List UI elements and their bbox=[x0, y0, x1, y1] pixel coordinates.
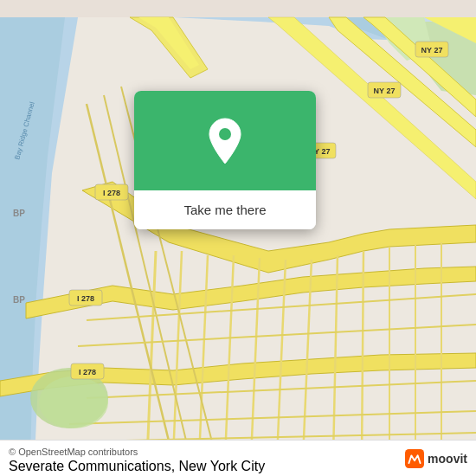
company-text: Severate Communications, New York City bbox=[9, 459, 265, 473]
svg-rect-39 bbox=[405, 449, 424, 468]
moovit-logo-container[interactable]: moovit bbox=[405, 449, 467, 468]
moovit-icon bbox=[405, 449, 424, 468]
svg-text:NY 27: NY 27 bbox=[421, 46, 443, 55]
svg-text:BP: BP bbox=[13, 295, 25, 305]
location-pin-icon bbox=[204, 117, 246, 165]
svg-text:I 278: I 278 bbox=[77, 294, 94, 303]
popup-card: Take me there bbox=[134, 91, 316, 229]
bottom-bar: © OpenStreetMap contributors Severate Co… bbox=[0, 440, 476, 476]
svg-text:I 278: I 278 bbox=[79, 368, 96, 376]
svg-text:BP: BP bbox=[13, 209, 25, 218]
svg-point-38 bbox=[219, 128, 231, 140]
moovit-text: moovit bbox=[428, 452, 467, 466]
svg-point-22 bbox=[39, 376, 108, 428]
bottom-left: © OpenStreetMap contributors Severate Co… bbox=[9, 443, 265, 474]
svg-text:I 278: I 278 bbox=[103, 189, 120, 197]
attribution-text: © OpenStreetMap contributors bbox=[9, 447, 138, 457]
take-me-there-button[interactable]: Take me there bbox=[134, 190, 316, 229]
map-background: I 278 I 278 I 278 NY 27 NY 27 NY 27 BP B… bbox=[0, 0, 476, 476]
svg-text:NY 27: NY 27 bbox=[374, 87, 396, 95]
map-container: I 278 I 278 I 278 NY 27 NY 27 NY 27 BP B… bbox=[0, 0, 476, 476]
popup-green-area bbox=[134, 91, 316, 190]
